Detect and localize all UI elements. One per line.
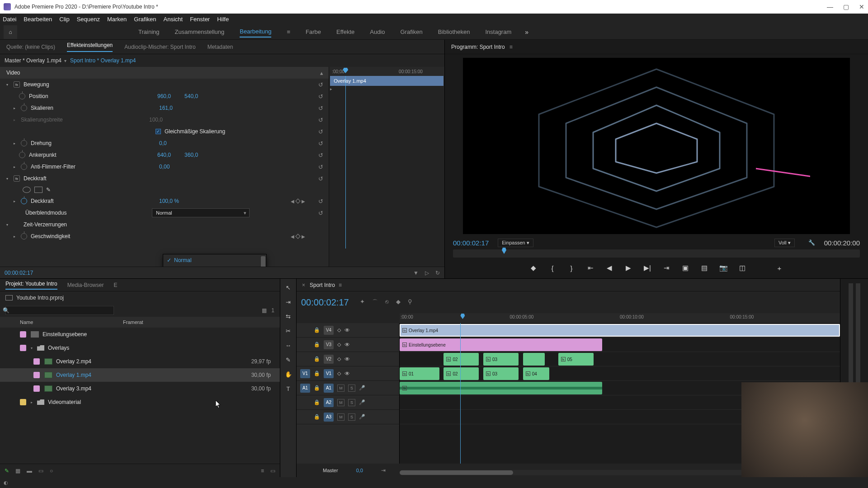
track-target[interactable]: A2 (324, 398, 334, 407)
mute-button[interactable]: M (337, 399, 344, 406)
workspace-tab-effekte[interactable]: Effekte (336, 27, 354, 37)
sequence-tab[interactable]: Sport Intro (310, 282, 335, 288)
zoom-handle[interactable] (400, 470, 513, 475)
extract-button[interactable]: ▤ (699, 263, 710, 273)
fx-badge-icon[interactable]: fx (14, 175, 20, 182)
expand-icon[interactable]: ▸ (14, 235, 19, 239)
source-patch[interactable]: V1 (300, 369, 310, 378)
menu-fenster[interactable]: Fenster (190, 16, 210, 23)
add-marker-button[interactable]: ◆ (528, 263, 539, 273)
reset-icon[interactable]: ↺ (318, 128, 323, 135)
export-frame-button[interactable]: 📷 (718, 263, 729, 273)
mark-out-button[interactable]: } (566, 263, 577, 273)
timeline-clip[interactable]: fx03 (483, 367, 519, 380)
opacity-value[interactable]: 100,0 % (159, 198, 179, 204)
scale-value[interactable]: 161,0 (159, 105, 173, 111)
menu-datei[interactable]: Datei (3, 16, 16, 23)
workspace-tab-audio[interactable]: Audio (370, 27, 385, 37)
keyframe-toggle-icon[interactable] (19, 93, 25, 99)
position-x-value[interactable]: 960,0 (157, 93, 171, 99)
lock-icon[interactable]: 🔒 (314, 414, 320, 420)
next-keyframe-button[interactable]: ▶ (302, 234, 305, 239)
voiceover-icon[interactable]: 🎤 (359, 385, 365, 391)
sync-lock-icon[interactable]: ◇ (337, 342, 341, 347)
reset-icon[interactable]: ↺ (318, 117, 323, 123)
track-header[interactable]: 🔒A2MS🎤 (297, 395, 399, 410)
timeline-clip[interactable]: fx02 (443, 367, 479, 380)
linked-selection-button[interactable]: ⌒ (372, 298, 378, 306)
expand-icon[interactable]: ▾ (6, 177, 12, 181)
workspace-menu-icon[interactable]: ≡ (287, 28, 290, 35)
step-forward-button[interactable]: ▶| (642, 263, 653, 273)
lock-icon[interactable]: 🔒 (314, 327, 320, 333)
filter-icon[interactable]: ▼ (413, 270, 419, 276)
workspace-tab-instagram[interactable]: Instagram (485, 27, 511, 37)
tab-media-browser[interactable]: Media-Browser (67, 282, 104, 288)
keyframe-toggle-icon[interactable] (21, 198, 27, 204)
project-item[interactable]: Overlay 2.mp429,97 fp (0, 355, 280, 368)
master-clip-label[interactable]: Master * Overlay 1.mp4 (5, 57, 61, 64)
keyframe-toggle-icon[interactable] (21, 140, 27, 146)
anchor-y-value[interactable]: 360,0 (184, 152, 198, 158)
expand-icon[interactable]: ▸ (14, 199, 19, 203)
new-item-button[interactable]: ✎ (5, 468, 9, 474)
eye-icon[interactable]: 👁 (344, 342, 350, 348)
program-tab[interactable]: Programm: Sport Intro≡ (445, 40, 868, 54)
expand-icon[interactable]: ▾ (31, 346, 35, 350)
workspace-tab-training[interactable]: Training (138, 27, 159, 37)
timeline-clip[interactable]: fx05 (558, 353, 594, 366)
project-item[interactable]: Overlay 1.mp430,00 fp (0, 368, 280, 382)
track-lane[interactable]: fx01fx02fx03fx04 (400, 366, 840, 381)
workspace-overflow-button[interactable]: » (525, 28, 528, 36)
reset-icon[interactable]: ↺ (318, 164, 323, 170)
hand-tool[interactable]: ✋ (283, 369, 293, 379)
reset-icon[interactable]: ↺ (318, 81, 323, 88)
expand-icon[interactable]: ▸ (31, 400, 35, 404)
program-scrubber[interactable] (453, 249, 860, 258)
anchor-x-value[interactable]: 640,0 (157, 152, 171, 158)
lock-icon[interactable]: 🔒 (314, 385, 320, 391)
reset-icon[interactable]: ↺ (318, 140, 323, 147)
blend-mode-dropdown[interactable]: Normal (152, 208, 250, 217)
ripple-tool[interactable]: ⇆ (283, 311, 293, 321)
settings-button[interactable]: ◆ (396, 298, 401, 306)
pen-mask-button[interactable]: ✎ (46, 187, 51, 193)
solo-button[interactable]: S (348, 413, 355, 421)
timeline-clip[interactable]: fx (400, 382, 602, 394)
expand-icon[interactable]: ▸ (14, 106, 19, 110)
track-select-tool[interactable]: ⇥ (283, 297, 293, 307)
timeline-timecode[interactable]: 00:00:02:17 (301, 297, 349, 308)
workspace-tab-bearbeitung[interactable]: Bearbeitung (240, 26, 271, 38)
resolution-dropdown[interactable]: Voll ▾ (774, 239, 795, 247)
prev-keyframe-button[interactable]: ◀ (291, 234, 294, 239)
track-target[interactable]: A3 (324, 413, 334, 422)
expand-icon[interactable]: ▾ (6, 223, 12, 227)
col-framerate[interactable]: Framerat (123, 319, 143, 325)
wrench-button[interactable]: ⚲ (408, 298, 412, 306)
goto-in-button[interactable]: ⇤ (585, 263, 596, 273)
bin-icon[interactable]: ▦ (262, 307, 267, 314)
solo-button[interactable]: S (348, 385, 355, 392)
motion-label[interactable]: Bewegung (24, 81, 150, 88)
lock-icon[interactable]: 🔒 (314, 371, 320, 376)
blend-mode-menu[interactable]: NormalAuflösenAbdunkelnMultiplizierenFar… (163, 254, 267, 267)
menu-marken[interactable]: Marken (107, 16, 127, 23)
tab-audio-mixer[interactable]: Audioclip-Mischer: Sport Intro (124, 44, 195, 50)
blend-mode-option[interactable]: Auflösen (163, 266, 266, 267)
search-input[interactable] (5, 306, 114, 315)
reset-icon[interactable]: ↺ (318, 175, 323, 182)
workspace-tab-farbe[interactable]: Farbe (306, 27, 321, 37)
source-patch[interactable]: A1 (300, 384, 310, 393)
solo-button[interactable]: S (348, 399, 355, 406)
tab-effect-controls[interactable]: Effekteinstellungen (67, 42, 113, 52)
eye-icon[interactable]: 👁 (344, 371, 350, 377)
button-editor-button[interactable]: + (774, 263, 785, 273)
rotation-value[interactable]: 0,0 (159, 140, 167, 146)
voiceover-icon[interactable]: 🎤 (359, 414, 365, 420)
razor-tool[interactable]: ✂ (283, 326, 293, 336)
step-back-button[interactable]: ◀ (604, 263, 615, 273)
sync-lock-icon[interactable]: ◇ (337, 371, 341, 376)
reset-icon[interactable]: ↺ (318, 105, 323, 112)
expand-icon[interactable]: ▸ (14, 141, 19, 145)
track-target[interactable]: A1 (324, 384, 334, 393)
